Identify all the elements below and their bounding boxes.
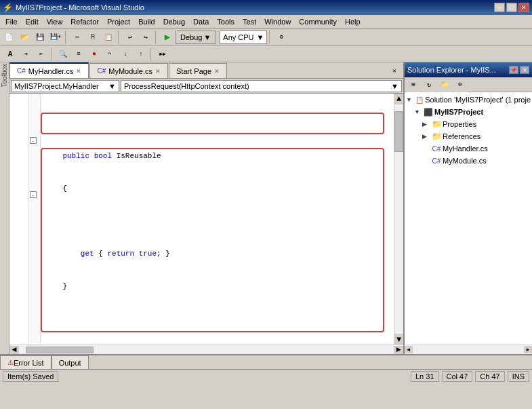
code-line-6: } [45, 281, 390, 292]
title-bar: ⚡ MyIIS7Project - Microsoft Visual Studi… [0, 0, 532, 15]
paste-button[interactable]: 📋 [101, 30, 116, 45]
menu-test[interactable]: Test [239, 16, 260, 27]
tab-myhandler-cs[interactable]: C# MyHandler.cs ✕ [9, 62, 89, 78]
tab-close-startpage[interactable]: ✕ [214, 68, 220, 75]
se-new-folder-button[interactable]: 📁 [437, 77, 452, 92]
tree-item-myhandler[interactable]: ▶ C# MyHandler.cs [406, 142, 531, 155]
chevron-down-icon: ▼ [203, 33, 211, 41]
toolbox-label[interactable]: Toolbox [1, 64, 8, 87]
cs-mymodule-icon: C# [432, 156, 441, 165]
breakpoint-button[interactable]: ● [87, 47, 102, 62]
member-dropdown[interactable]: ProcessRequest(HttpContext context) ▼ [121, 80, 402, 92]
status-ch-panel: Ch 47 [475, 371, 504, 382]
step-out-button[interactable]: ↑ [134, 47, 148, 62]
save-all-button[interactable]: 💾+ [48, 30, 63, 45]
outdent-button[interactable]: ⇤ [34, 47, 49, 62]
open-file-button[interactable]: 📂 [17, 30, 32, 45]
more-tools-button[interactable]: ▶▶ [155, 47, 170, 62]
project-label: MyIIS7Project [434, 108, 483, 116]
new-file-button[interactable]: 📄 [1, 30, 16, 45]
code-content[interactable]: public bool IsReusable { get { return tr… [41, 94, 394, 345]
menu-community[interactable]: Community [295, 16, 341, 27]
step-into-button[interactable]: ↓ [118, 47, 133, 62]
menu-window[interactable]: Window [260, 16, 295, 27]
class-dropdown[interactable]: MyIIS7Project.MyHandler ▼ [11, 80, 119, 92]
cpu-label: Any CPU [223, 33, 253, 41]
menu-debug[interactable]: Debug [159, 16, 189, 27]
se-properties-button[interactable]: ⚙ [453, 77, 468, 92]
redo-button[interactable]: ↪ [138, 30, 153, 45]
tree-item-references[interactable]: ▶ 📁 References [406, 130, 531, 142]
title-bar-controls: ─ □ ✕ [494, 3, 529, 12]
title-bar-title: ⚡ MyIIS7Project - Microsoft Visual Studi… [3, 3, 144, 12]
step-over-button[interactable]: ↷ [102, 47, 117, 62]
menu-tools[interactable]: Tools [213, 16, 239, 27]
se-show-all-button[interactable]: ⊞ [406, 77, 421, 92]
tab-close-myhandler[interactable]: ✕ [76, 68, 81, 75]
tab-output[interactable]: Output [52, 355, 89, 369]
gutter: - - [28, 94, 41, 345]
maximize-button[interactable]: □ [506, 3, 517, 12]
scroll-track[interactable] [394, 104, 403, 334]
menu-edit[interactable]: Edit [22, 16, 43, 27]
start-debug-button[interactable]: ▶ [160, 30, 175, 45]
status-ln-panel: Ln 31 [411, 371, 439, 382]
tree-item-properties[interactable]: ▶ 📁 Properties [406, 118, 531, 130]
menu-refactor[interactable]: Refactor [66, 16, 103, 27]
tab-start-page[interactable]: Start Page ✕ [169, 63, 227, 78]
collapse-region-1[interactable]: - [30, 137, 37, 144]
menu-project[interactable]: Project [103, 16, 134, 27]
menu-file[interactable]: File [1, 16, 22, 27]
collapse-region-2[interactable]: - [30, 191, 37, 198]
status-ch: Ch 47 [480, 372, 499, 381]
tree-item-solution[interactable]: ▼ 📋 Solution 'MyIIS7Project' (1 proje [406, 94, 531, 106]
close-button[interactable]: ✕ [518, 3, 529, 12]
status-col-panel: Col 47 [442, 371, 473, 382]
se-close-button[interactable]: ✕ [520, 66, 529, 74]
cut-button[interactable]: ✂ [70, 30, 85, 45]
close-document-button[interactable]: ✕ [387, 63, 402, 78]
se-refresh-button[interactable]: ↻ [422, 77, 436, 92]
search-button[interactable]: 🔍 [56, 47, 70, 62]
menu-data[interactable]: Data [189, 16, 213, 27]
solution-explorer-tree: ▼ 📋 Solution 'MyIIS7Project' (1 proje ▼ … [405, 92, 532, 345]
tab-mymodule-cs[interactable]: C# MyModule.cs ✕ [89, 63, 168, 78]
menu-help[interactable]: Help [341, 16, 365, 27]
mymodule-label: MyModule.cs [443, 157, 487, 165]
tab-close-mymodule[interactable]: ✕ [155, 68, 161, 75]
line-numbers [9, 94, 28, 345]
window-title: MyIIS7Project - Microsoft Visual Studio [16, 3, 144, 12]
save-button[interactable]: 💾 [33, 30, 47, 45]
se-scroll-right[interactable]: ► [524, 346, 532, 353]
se-scroll-left[interactable]: ◄ [405, 346, 413, 353]
tab-error-list[interactable]: ⚠ Error List [0, 355, 52, 369]
tree-item-mymodule[interactable]: ▶ C# MyModule.cs [406, 155, 531, 167]
format-bold-button[interactable]: A [3, 47, 18, 62]
status-col: Col 47 [447, 372, 468, 381]
copy-button[interactable]: ⎘ [85, 30, 100, 45]
status-ins-panel: INS [508, 371, 529, 382]
indent-button[interactable]: ⇥ [18, 47, 33, 62]
solution-explorer: Solution Explorer - MyIIS... 📌 ✕ ⊞ ↻ 📁 ⚙… [403, 62, 532, 354]
undo-button[interactable]: ↩ [123, 30, 138, 45]
scroll-up-button[interactable]: ▲ [394, 94, 403, 104]
menu-view[interactable]: View [43, 16, 67, 27]
vertical-scrollbar[interactable]: ▲ ▼ [394, 94, 403, 345]
se-hscrollbar[interactable]: ◄ ► [405, 345, 532, 354]
horizontal-scrollbar[interactable]: ◄ ► [9, 345, 403, 354]
cpu-dropdown[interactable]: Any CPU ▼ [220, 31, 267, 44]
h-scroll-track[interactable] [19, 347, 394, 353]
scroll-left-button[interactable]: ◄ [9, 346, 19, 354]
attach-button[interactable]: ⚙ [274, 30, 289, 45]
h-scroll-thumb[interactable] [26, 347, 94, 353]
scroll-thumb[interactable] [394, 111, 403, 152]
scroll-right-button[interactable]: ► [394, 346, 403, 354]
cs-myhandler-icon: C# [432, 144, 441, 153]
scroll-down-button[interactable]: ▼ [394, 334, 403, 345]
menu-build[interactable]: Build [134, 16, 159, 27]
minimize-button[interactable]: ─ [494, 3, 505, 12]
find-button[interactable]: ≡ [71, 47, 86, 62]
debug-mode-dropdown[interactable]: Debug ▼ [176, 31, 216, 44]
tree-item-project[interactable]: ▼ ⬛ MyIIS7Project [406, 106, 531, 118]
se-pin-button[interactable]: 📌 [509, 66, 518, 74]
